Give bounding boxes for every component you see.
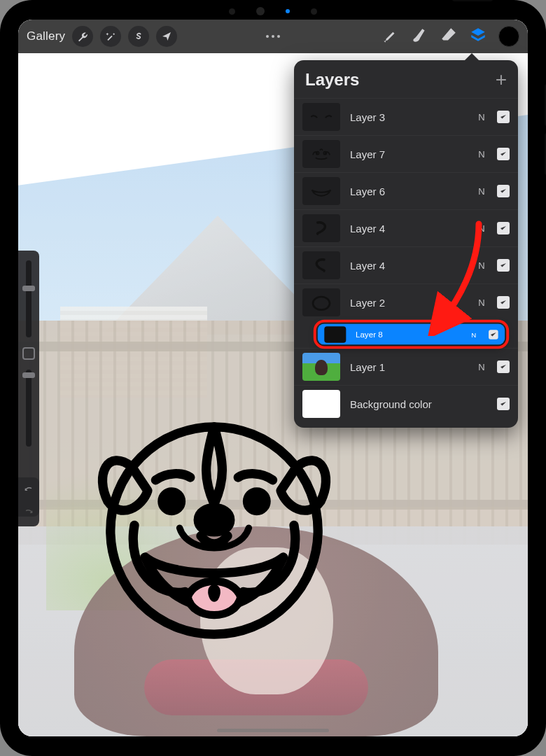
actions-wrench-icon[interactable] (72, 26, 93, 47)
layers-panel-title: Layers (305, 70, 359, 90)
layer-thumbnail (302, 177, 340, 205)
layer-thumbnail (302, 288, 340, 316)
visibility-checkbox[interactable] (489, 330, 498, 340)
layer-thumbnail (302, 251, 340, 279)
layer-row-dragging[interactable]: Layer 8 N (318, 323, 505, 344)
layer-thumbnail (302, 140, 340, 168)
power-button[interactable] (452, 0, 493, 1)
visibility-checkbox[interactable] (497, 222, 510, 234)
undo-redo-group (18, 477, 39, 526)
modify-menu-icon[interactable] (266, 35, 280, 38)
blend-mode-label[interactable]: N (476, 362, 487, 372)
adjustments-wand-icon[interactable] (100, 26, 121, 47)
visibility-checkbox[interactable] (497, 398, 510, 410)
transform-arrow-icon[interactable] (156, 26, 177, 47)
redo-icon[interactable] (23, 506, 34, 520)
svg-point-2 (248, 492, 267, 511)
blend-mode-label[interactable]: N (476, 298, 487, 308)
blend-mode-label[interactable]: N (476, 260, 487, 271)
brush-opacity-slider[interactable] (26, 370, 31, 447)
visibility-checkbox[interactable] (497, 296, 510, 309)
undo-icon[interactable] (23, 484, 34, 498)
brush-size-slider[interactable] (26, 260, 31, 337)
layer-row[interactable]: Layer 1 N (294, 348, 518, 385)
sidebar-sliders (18, 251, 39, 517)
layer-name-label: Layer 4 (350, 223, 466, 234)
home-indicator[interactable] (217, 729, 329, 732)
screen: Gallery (18, 20, 528, 736)
eraser-icon[interactable] (440, 26, 458, 47)
layer-thumbnail (302, 214, 340, 242)
blend-mode-label[interactable]: N (476, 112, 487, 122)
layer-thumbnail (302, 390, 340, 418)
blend-mode-label[interactable]: N (476, 186, 487, 197)
layer-name-label: Layer 8 (356, 330, 458, 340)
layers-icon[interactable] (469, 26, 487, 47)
background-layer-row[interactable]: Background color (294, 385, 518, 422)
add-layer-icon[interactable]: + (496, 73, 507, 87)
visibility-checkbox[interactable] (497, 360, 510, 373)
layer-row[interactable]: Layer 7 N (294, 135, 518, 172)
layer-thumbnail (302, 353, 340, 381)
layer-row[interactable]: Layer 2 N (294, 284, 518, 321)
layer-thumbnail (324, 326, 346, 342)
layer-name-label: Background color (350, 398, 466, 410)
sensor-bar (229, 7, 317, 15)
svg-point-1 (162, 492, 181, 511)
top-toolbar: Gallery (18, 20, 528, 53)
layer-row[interactable]: Layer 4 N (294, 209, 518, 246)
blend-mode-label[interactable]: N (476, 149, 487, 160)
dog-head-drawing (81, 398, 347, 664)
visibility-checkbox[interactable] (497, 185, 510, 197)
layer-row[interactable]: Layer 4 N (294, 246, 518, 284)
ipad-frame: Gallery (0, 0, 546, 756)
brush-opacity-knob[interactable] (22, 372, 35, 378)
layer-name-label: Layer 1 (350, 361, 466, 373)
layer-name-label: Layer 4 (350, 260, 466, 272)
modify-button[interactable] (22, 347, 35, 360)
layer-thumbnail (302, 103, 340, 131)
layer-name-label: Layer 6 (350, 186, 466, 197)
color-picker-swatch[interactable] (498, 26, 519, 47)
layers-panel: Layers + Layer 3 N Layer 7 N (294, 60, 518, 428)
brush-icon[interactable] (381, 26, 399, 47)
blend-mode-label[interactable]: N (468, 331, 479, 339)
layer-row[interactable]: Layer 3 N (294, 98, 518, 135)
visibility-checkbox[interactable] (497, 111, 510, 123)
layer-name-label: Layer 7 (350, 148, 466, 160)
svg-point-5 (313, 297, 330, 310)
brush-size-knob[interactable] (22, 286, 35, 291)
layer-row[interactable]: Layer 6 N (294, 172, 518, 209)
blend-mode-label[interactable]: N (476, 223, 487, 234)
visibility-checkbox[interactable] (497, 148, 510, 160)
smudge-icon[interactable] (410, 26, 428, 47)
selection-s-icon[interactable] (128, 26, 149, 47)
layer-name-label: Layer 3 (350, 111, 466, 123)
visibility-checkbox[interactable] (497, 259, 510, 272)
gallery-button[interactable]: Gallery (27, 29, 65, 43)
layer-name-label: Layer 2 (350, 297, 466, 309)
